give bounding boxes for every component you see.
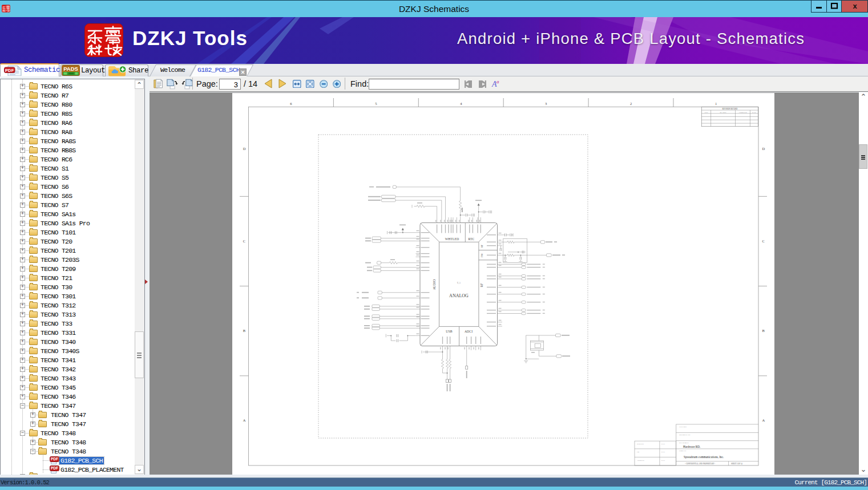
svg-text:ECN: ECN [705,112,708,114]
svg-text:ADCI: ADCI [465,330,473,333]
svg-text:5: 5 [375,102,377,106]
svg-text:WHTLED: WHTLED [445,237,459,241]
svg-text:P.M.: P.M. [637,451,640,453]
svg-text:USB: USB [446,330,452,333]
svg-text:REASON: REASON [720,112,726,114]
svg-text:U_A: U_A [457,282,461,284]
svg-text:D: D [243,147,246,151]
svg-text:6: 6 [290,102,292,106]
svg-text:B: B [243,329,246,333]
svg-text:DATE: DATE [752,112,756,114]
svg-text:a: a [496,79,499,84]
svg-text:PADS: PADS [63,66,78,72]
svg-text:B: B [762,329,765,333]
svg-text:1: 1 [715,102,717,106]
svg-text:DATE: DATE [661,443,665,445]
svg-text:APPROVED: APPROVED [637,460,644,461]
svg-text:Hardware RD.: Hardware RD. [683,445,700,448]
svg-text:3: 3 [545,102,547,106]
svg-text:C: C [762,239,765,243]
svg-text:FM: FM [481,254,483,257]
svg-text:ANALOG: ANALOG [449,293,469,298]
svg-text:C: C [243,239,245,243]
svg-text:RF: RF [480,283,483,287]
svg-text:COMPANY: COMPANY [679,450,687,452]
svg-text:D: D [762,147,765,151]
svg-text:- CONFIDENTIAL AND PROPRIETARY: - CONFIDENTIAL AND PROPRIETARY - [685,463,715,465]
svg-text:A: A [762,418,765,422]
svg-text:AUDIO: AUDIO [433,280,436,290]
svg-text:Spreadtrum communications, Inc: Spreadtrum communications, Inc. [684,455,724,459]
svg-text:4: 4 [460,102,462,106]
svg-text:SHEET 3 OF 14: SHEET 3 OF 14 [731,463,742,465]
svg-text:PDF: PDF [5,67,14,72]
svg-text:x: x [853,2,857,10]
svg-text:RT: RT [481,245,483,248]
svg-text:DOCUMENT NO.: DOCUMENT NO. [679,434,691,436]
svg-text:RTC: RTC [469,237,475,241]
svg-text:APPROVED: APPROVED [738,112,747,114]
svg-text:DESIGNER: DESIGNER [637,443,644,445]
svg-text:DEPARTMENT: DEPARTMENT [679,442,689,444]
svg-text:A: A [243,418,246,422]
svg-text:TITLE/SIZE: TITLE/SIZE [679,426,687,428]
svg-text:DATE: DATE [661,451,665,453]
svg-text:REVISION RECORD: REVISION RECORD [722,108,738,110]
svg-text:DATE: DATE [661,460,665,461]
svg-text:2: 2 [630,102,632,106]
